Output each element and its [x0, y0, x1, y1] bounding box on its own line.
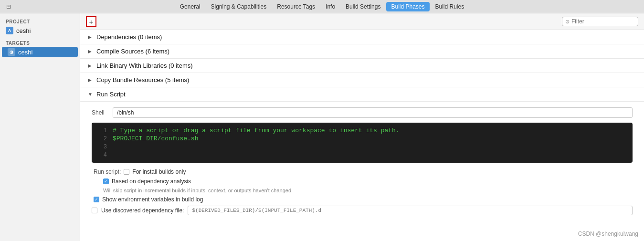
dependency-analysis-checkbox[interactable]	[103, 178, 109, 184]
filter-input[interactable]	[571, 18, 635, 25]
phase-compile-sources[interactable]: ▶ Compile Sources (6 items)	[80, 44, 644, 59]
sidebar-toggle-icon[interactable]: ⊟	[5, 3, 12, 10]
phase-copy-bundle[interactable]: ▶ Copy Bundle Resources (5 items)	[80, 73, 644, 87]
sidebar: PROJECT A ceshi TARGETS ◑ ceshi	[0, 13, 80, 241]
phase-label: Compile Sources (6 items)	[96, 48, 169, 55]
project-name: ceshi	[16, 27, 31, 34]
chevron-icon: ▶	[88, 34, 94, 40]
run-script-label: Run Script	[96, 91, 126, 98]
dep-file-checkbox[interactable]	[92, 208, 97, 213]
code-line-2: 2 $PROJECT_DIR/confuse.sh	[92, 135, 633, 143]
tabs-center: General Signing & Capabilities Resource …	[175, 2, 469, 11]
dep-file-row: Use discovered dependency file:	[92, 206, 633, 215]
main-layout: PROJECT A ceshi TARGETS ◑ ceshi + ⊜ ▶ De…	[0, 13, 644, 241]
show-env-label: Show environment variables in build log	[102, 196, 203, 203]
target-icon: ◑	[8, 48, 15, 56]
line-content	[113, 143, 116, 150]
tab-build-phases[interactable]: Build Phases	[386, 2, 429, 11]
run-script-header[interactable]: ▼ Run Script	[80, 87, 644, 102]
phase-label: Copy Bundle Resources (5 items)	[96, 76, 189, 84]
line-number: 3	[95, 144, 107, 150]
line-content	[113, 151, 116, 158]
shell-label: Shell	[92, 109, 109, 116]
tab-resource-tags[interactable]: Resource Tags	[272, 2, 320, 11]
content-header: + ⊜	[80, 13, 644, 30]
chevron-icon: ▶	[88, 49, 94, 54]
content-area: + ⊜ ▶ Dependencies (0 items) ▶ Compile S…	[80, 13, 644, 241]
dependency-note: Will skip script in incremental builds i…	[92, 188, 633, 193]
watermark: CSDN @shengkuiwang	[578, 231, 638, 237]
install-only-checkbox[interactable]	[124, 169, 129, 175]
run-script-section: ▼ Run Script Shell /bin/sh 1 # Type a sc…	[80, 87, 644, 223]
chevron-down-icon: ▼	[88, 92, 94, 97]
dependency-analysis-label: Based on dependency analysis	[112, 178, 191, 185]
phase-link-binary[interactable]: ▶ Link Binary With Libraries (0 items)	[80, 59, 644, 73]
sidebar-item-target[interactable]: ◑ ceshi	[2, 47, 78, 57]
run-script-option-row: Run script: For install builds only	[92, 168, 633, 175]
code-line-4: 4	[92, 151, 633, 159]
shell-value[interactable]: /bin/sh	[113, 107, 633, 118]
line-number: 1	[95, 127, 107, 134]
add-phase-button[interactable]: +	[86, 16, 96, 27]
show-env-checkbox[interactable]	[94, 197, 99, 202]
sidebar-item-project[interactable]: A ceshi	[0, 25, 80, 36]
project-icon: A	[6, 27, 13, 34]
line-content: $PROJECT_DIR/confuse.sh	[113, 135, 198, 142]
phase-label: Dependencies (0 items)	[96, 33, 162, 41]
dependency-analysis-row: Based on dependency analysis	[92, 178, 633, 185]
dep-file-input[interactable]	[188, 206, 633, 215]
tab-build-rules[interactable]: Build Rules	[431, 2, 469, 11]
project-section-label: PROJECT	[0, 17, 80, 25]
run-script-body: Shell /bin/sh 1 # Type a script or drag …	[80, 102, 644, 223]
code-line-3: 3	[92, 143, 633, 151]
tab-bar: ⊟ General Signing & Capabilities Resourc…	[0, 0, 644, 13]
chevron-icon: ▶	[88, 77, 94, 83]
chevron-icon: ▶	[88, 63, 94, 68]
code-editor[interactable]: 1 # Type a script or drag a script file …	[92, 123, 633, 163]
tab-general[interactable]: General	[175, 2, 205, 11]
shell-row: Shell /bin/sh	[92, 107, 633, 118]
sidebar-toggle-area: ⊟	[5, 3, 12, 10]
target-name: ceshi	[18, 49, 32, 56]
phase-label: Link Binary With Libraries (0 items)	[96, 62, 193, 69]
code-line-1: 1 # Type a script or drag a script file …	[92, 126, 633, 135]
show-env-row: Show environment variables in build log	[92, 196, 633, 203]
tab-signing[interactable]: Signing & Capabilities	[206, 2, 271, 11]
tab-info[interactable]: Info	[321, 2, 340, 11]
line-number: 4	[95, 152, 107, 158]
targets-section-label: TARGETS	[0, 39, 80, 47]
tab-build-settings[interactable]: Build Settings	[341, 2, 385, 11]
run-script-option-label: Run script:	[94, 168, 121, 175]
install-only-label: For install builds only	[132, 168, 186, 175]
phase-dependencies[interactable]: ▶ Dependencies (0 items)	[80, 30, 644, 44]
dep-file-label: Use discovered dependency file:	[101, 207, 184, 214]
filter-box: ⊜	[562, 17, 638, 26]
line-number: 2	[95, 136, 107, 142]
filter-icon: ⊜	[565, 19, 570, 25]
line-content: # Type a script or drag a script file fr…	[113, 127, 400, 134]
